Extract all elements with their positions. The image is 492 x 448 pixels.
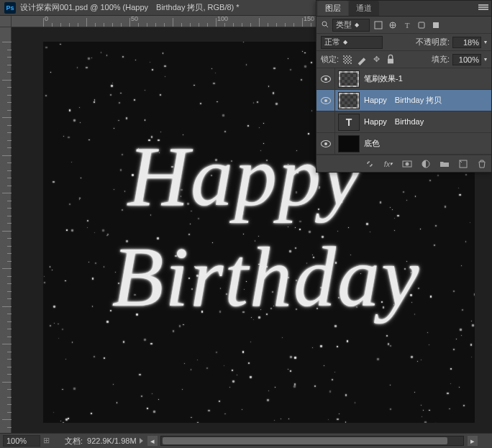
tab-layers[interactable]: 图层 <box>318 1 348 16</box>
filter-smart-icon[interactable] <box>430 19 442 31</box>
trash-icon[interactable] <box>475 157 488 170</box>
statusbar: 100% ⊞ 文档: 922.9K/1.98M ◂ ▸ <box>0 433 492 448</box>
layer-name[interactable]: 笔刷效果-1 <box>363 73 491 84</box>
ruler-corner <box>0 16 12 27</box>
adjustment-icon[interactable] <box>419 157 432 170</box>
svg-rect-6 <box>433 22 439 28</box>
fx-icon[interactable]: fx▾ <box>382 157 395 170</box>
layer-row[interactable]: Happy Birthday 拷贝 <box>316 90 491 111</box>
canvas-text-line2: Birthday <box>50 229 475 326</box>
svg-rect-10 <box>388 58 393 63</box>
tab-channels[interactable]: 通道 <box>349 1 379 16</box>
visibility-toggle[interactable] <box>316 68 335 89</box>
doc-value: 922.9K/1.98M <box>87 436 137 445</box>
visibility-toggle[interactable] <box>316 111 335 132</box>
scroll-left-button[interactable]: ◂ <box>147 436 158 446</box>
lock-transparent-icon[interactable] <box>342 54 353 65</box>
layer-name[interactable]: Happy Birthday 拷贝 <box>363 95 491 106</box>
opacity-input[interactable] <box>452 37 481 48</box>
doc-label: 文档: <box>65 436 83 447</box>
lock-row: 锁定: ✥ 填充: ▾ <box>316 51 491 68</box>
filter-row: 类型◆ T <box>316 17 491 34</box>
ruler-vertical[interactable] <box>0 27 12 433</box>
svg-rect-7 <box>343 55 352 64</box>
svg-rect-3 <box>375 22 382 29</box>
filter-shape-icon[interactable] <box>416 19 427 31</box>
scroll-right-button[interactable]: ▸ <box>468 436 478 446</box>
h-scroll-thumb[interactable] <box>163 437 447 444</box>
lock-position-icon[interactable]: ✥ <box>370 54 382 65</box>
new-layer-icon[interactable] <box>457 157 470 170</box>
panel-menu-icon[interactable] <box>478 4 488 12</box>
lock-all-icon[interactable] <box>385 54 396 65</box>
document-title: 设计探索网001.psd @ 100% (Happy Birthday 拷贝, … <box>20 2 356 13</box>
svg-point-12 <box>406 162 409 165</box>
resize-corner[interactable] <box>479 436 489 446</box>
layer-thumbnail[interactable] <box>338 92 360 109</box>
svg-rect-5 <box>419 22 424 28</box>
group-icon[interactable] <box>438 157 451 170</box>
layer-row[interactable]: THappy Birthday <box>316 111 491 133</box>
blend-mode-dropdown[interactable]: 正常◆ <box>321 36 383 49</box>
fill-chevron-icon[interactable]: ▾ <box>484 56 487 63</box>
h-scrollbar[interactable] <box>160 436 464 446</box>
layer-thumbnail[interactable]: T <box>338 114 360 131</box>
doc-info-dropdown[interactable] <box>140 438 143 444</box>
fill-label: 填充: <box>432 54 450 65</box>
zoom-input[interactable]: 100% <box>3 435 40 447</box>
panel-footer: fx▾ <box>316 155 491 172</box>
layer-name[interactable]: 底色 <box>363 138 491 149</box>
blend-row: 正常◆ 不透明度: ▾ <box>316 34 491 51</box>
photoshop-icon: Ps <box>4 2 16 14</box>
panel-tabs: 图层 通道 <box>316 1 491 17</box>
filter-adjust-icon[interactable] <box>387 19 398 31</box>
layer-name[interactable]: Happy Birthday <box>363 116 491 127</box>
filter-type-dropdown[interactable]: 类型◆ <box>332 19 370 32</box>
filter-text-icon[interactable]: T <box>401 19 413 31</box>
layer-thumbnail[interactable] <box>338 135 360 152</box>
opacity-label: 不透明度: <box>416 37 450 47</box>
layer-row[interactable]: 底色 <box>316 133 491 155</box>
filter-icon[interactable] <box>321 20 329 30</box>
link-layers-icon[interactable] <box>363 157 376 170</box>
visibility-toggle[interactable] <box>316 133 335 154</box>
filter-pixel-icon[interactable] <box>373 19 384 31</box>
layer-thumbnail[interactable] <box>338 70 360 88</box>
lock-label: 锁定: <box>321 54 339 65</box>
fill-input[interactable] <box>452 54 481 65</box>
opacity-chevron-icon[interactable]: ▾ <box>484 39 487 45</box>
layer-row[interactable]: 笔刷效果-1 <box>316 68 491 90</box>
layers-list: 笔刷效果-1Happy Birthday 拷贝THappy Birthday底色 <box>316 68 491 155</box>
lock-paint-icon[interactable] <box>356 54 368 65</box>
grip-icon: ⊞ <box>43 436 58 446</box>
mask-icon[interactable] <box>401 157 414 170</box>
visibility-toggle[interactable] <box>316 90 335 111</box>
layers-panel: 图层 通道 类型◆ T 正常◆ 不透明度: ▾ 锁定: ✥ 填充: ▾ 笔刷效果… <box>316 0 492 173</box>
